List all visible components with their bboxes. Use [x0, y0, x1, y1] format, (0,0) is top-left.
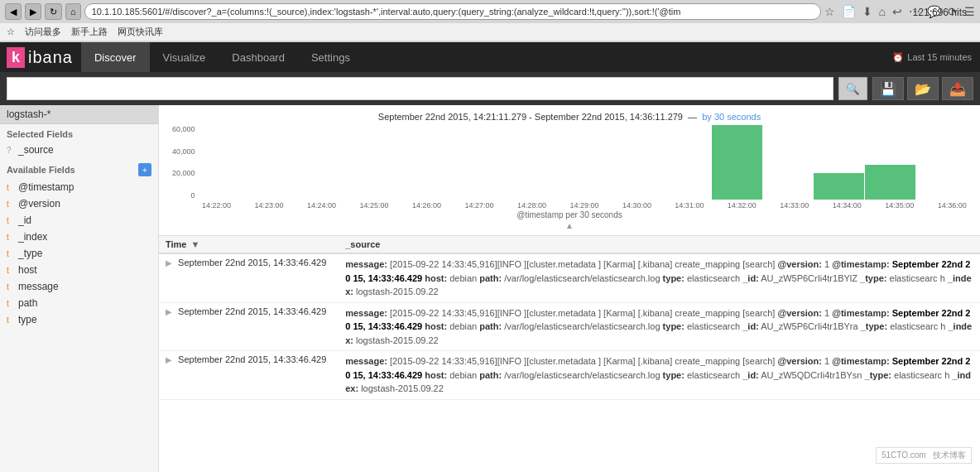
x-label-12: 14:34:00 [833, 201, 862, 210]
field-type-t-icon: t [7, 183, 15, 192]
forward-btn[interactable]: ▶ [25, 3, 41, 20]
refresh-btn[interactable]: ↻ [45, 3, 62, 20]
timestamp-key-2: @timestamp: [832, 356, 889, 366]
col-time[interactable]: Time ▼ [159, 236, 339, 253]
search-icon: 🔍 [846, 83, 860, 95]
expand-chart-btn[interactable]: ▲ [172, 219, 967, 232]
id-val-1: AU_zW5P6CrIi4tr1BYra [761, 321, 860, 331]
x-label-0: 14:22:00 [202, 201, 231, 210]
id-val-2: AU_zW5QDCrIi4tr1BYsn [761, 370, 864, 380]
field-type-t-icon: t [7, 249, 15, 258]
home-btn[interactable]: ⌂ [65, 3, 81, 20]
id-key-0: _id: [742, 273, 759, 283]
chart-date-range: September 22nd 2015, 14:21:11.279 - Sept… [378, 112, 683, 122]
nav-visualize[interactable]: Visualize [150, 42, 219, 72]
search-button[interactable]: 🔍 [838, 77, 867, 100]
id-val-0: AU_zW5P6CrIi4tr1BYlZ [761, 273, 860, 283]
field-type[interactable]: t _type [0, 245, 158, 262]
field-host[interactable]: t host [0, 262, 158, 278]
host-key-1: host: [425, 321, 447, 331]
search-input[interactable] [12, 83, 828, 95]
bookmark-newbie[interactable]: 新手上路 [71, 26, 108, 38]
reader-icon[interactable]: 📄 [842, 5, 856, 18]
field-id[interactable]: t _id [0, 212, 158, 229]
field-host-label: host [18, 264, 37, 276]
chart-bars [200, 125, 967, 200]
source-cell-0: message: [2015-09-22 14:33:45,916][INFO … [339, 253, 980, 302]
expand-row-btn-2[interactable]: ▶ [166, 355, 172, 364]
x-label-13: 14:35:00 [885, 201, 914, 210]
download-icon[interactable]: ⬇ [862, 5, 872, 18]
nav-menu: Discover Visualize Dashboard Settings [81, 42, 892, 72]
message-val-1: [2015-09-22 14:33:45,916][INFO ][cluster… [390, 308, 777, 318]
timestamp-key-0: @timestamp: [832, 259, 889, 269]
nav-settings[interactable]: Settings [298, 42, 363, 72]
field-type-t-icon: t [7, 315, 15, 325]
field-index[interactable]: t _index [0, 229, 158, 245]
right-panel: 121,696 hits September 22nd 2015, 14:21:… [159, 105, 980, 472]
version-key-2: @version: [777, 356, 822, 366]
address-bar[interactable]: 10.1.10.185:5601/#/discover?_a=(columns:… [84, 3, 821, 20]
search-actions: 💾 📂 📤 [872, 77, 973, 100]
back-icon2[interactable]: ↩ [892, 5, 902, 18]
field-type2[interactable]: t type [0, 311, 158, 328]
search-input-wrap [7, 77, 833, 100]
chart-bar-10 [712, 125, 762, 200]
field-version-label: @version [18, 198, 60, 210]
type2-key-0: _type: [860, 273, 886, 283]
kibana-wordmark: ibana [28, 48, 73, 67]
clock-icon: ⏰ [892, 52, 904, 63]
field-message-label: message [18, 281, 59, 292]
load-search-button[interactable]: 📂 [907, 77, 939, 100]
type-val-2: elasticsearch [687, 370, 742, 380]
home-icon2[interactable]: ⌂ [879, 5, 886, 18]
browser-chrome: ◀ ▶ ↻ ⌂ 10.1.10.185:5601/#/discover?_a=(… [0, 0, 980, 42]
field-message[interactable]: t message [0, 278, 158, 295]
expand-row-btn-1[interactable]: ▶ [166, 307, 172, 316]
version-val-1: 1 [824, 308, 832, 318]
x-label-1: 14:23:00 [254, 201, 283, 210]
time-cell-0: ▶ September 22nd 2015, 14:33:46.429 [159, 253, 339, 302]
chart-container: 60,000 40,000 20,000 0 [172, 125, 967, 200]
nav-discover[interactable]: Discover [81, 42, 150, 72]
version-val-0: 1 [824, 259, 832, 269]
type-val-1: elasticsearch [687, 321, 742, 331]
field-path[interactable]: t path [0, 295, 158, 311]
selected-field-source[interactable]: ? _source [0, 142, 158, 158]
available-fields-add-btn[interactable]: + [138, 163, 151, 176]
back-btn[interactable]: ◀ [5, 3, 22, 20]
time-cell-2: ▶ September 22nd 2015, 14:33:46.429 [159, 351, 339, 400]
host-key-2: host: [425, 370, 447, 380]
bookmark-news[interactable]: 网页快讯库 [118, 26, 163, 38]
chart-bar-13 [865, 165, 915, 200]
bookmark-frequent[interactable]: 访问最多 [25, 26, 61, 38]
star-icon[interactable]: ☆ [824, 5, 835, 18]
x-label-3: 14:25:00 [359, 201, 388, 210]
source-cell-1: message: [2015-09-22 14:33:45,916][INFO … [339, 302, 980, 351]
save-search-button[interactable]: 💾 [872, 77, 904, 100]
x-label-14: 14:36:00 [938, 201, 967, 210]
available-fields-section: Available Fields + [0, 158, 158, 179]
field-type-label: _type [18, 248, 42, 259]
watermark: 51CTO.com 技术博客 [876, 447, 972, 464]
browser-toolbar: ◀ ▶ ↻ ⌂ 10.1.10.185:5601/#/discover?_a=(… [0, 0, 980, 23]
share-search-button[interactable]: 📤 [942, 77, 973, 100]
timestamp-key-1: @timestamp: [832, 308, 889, 318]
time-value-0: September 22nd 2015, 14:33:46.429 [178, 258, 326, 267]
path-val-2: /var/log/elasticsearch/elasticsearch.log [504, 370, 662, 380]
results-table: Time ▼ _source ▶ September 22nd 2015, 14… [159, 236, 980, 400]
version-val-2: 1 [824, 356, 832, 366]
field-timestamp[interactable]: t @timestamp [0, 179, 158, 195]
table-row: ▶ September 22nd 2015, 14:33:46.429 mess… [159, 253, 980, 302]
nav-dashboard[interactable]: Dashboard [219, 42, 298, 72]
expand-row-btn-0[interactable]: ▶ [166, 258, 172, 267]
col-source: _source [339, 236, 980, 253]
sort-icon: ▼ [191, 239, 200, 249]
field-version[interactable]: t @version [0, 195, 158, 212]
index-val-1: logstash-2015.09.22 [356, 335, 439, 345]
by-seconds-link[interactable]: by 30 seconds [702, 112, 761, 122]
type2-key-1: _type: [861, 321, 887, 331]
x-label-11: 14:33:00 [780, 201, 809, 210]
results-header: Time ▼ _source [159, 236, 980, 253]
time-cell-1: ▶ September 22nd 2015, 14:33:46.429 [159, 302, 339, 351]
